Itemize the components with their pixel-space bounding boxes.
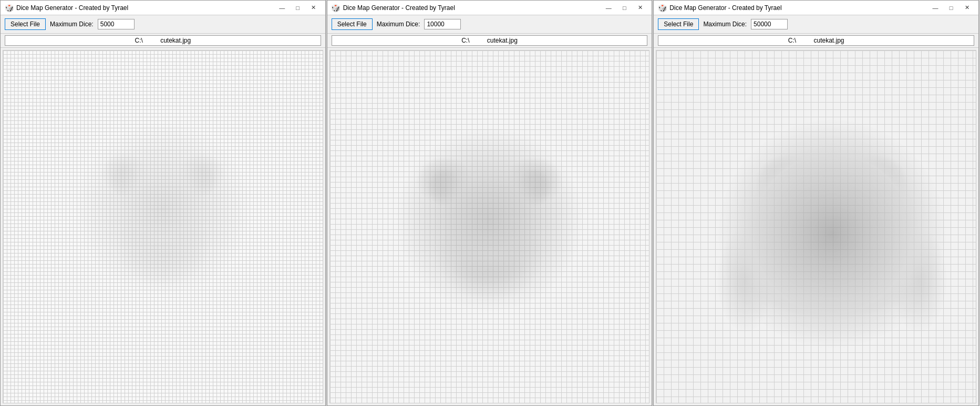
dice-grid-3 <box>656 50 976 403</box>
dice-grid-1 <box>3 50 323 403</box>
max-dice-label-2: Maximum Dice: <box>377 21 420 28</box>
toolbar-1: Select File Maximum Dice: <box>1 15 325 34</box>
maximize-btn-3[interactable]: □ <box>944 3 958 13</box>
max-dice-label-3: Maximum Dice: <box>703 21 747 28</box>
close-btn-3[interactable]: ✕ <box>960 3 974 13</box>
title-bar-3: 🎲 Dice Map Generator - Created by Tyrael… <box>654 1 978 15</box>
app-icon-3: 🎲 <box>658 4 666 12</box>
minimize-btn-2[interactable]: — <box>601 3 616 13</box>
title-controls-2: — □ ✕ <box>601 3 647 13</box>
maximize-btn-2[interactable]: □ <box>617 3 632 13</box>
dice-grid-2 <box>330 50 649 403</box>
title-controls-1: — □ ✕ <box>275 3 321 13</box>
select-file-btn-2[interactable]: Select File <box>332 18 373 30</box>
app-icon-2: 🎲 <box>332 4 340 12</box>
title-text-2: Dice Map Generator - Created by Tyrael <box>343 4 602 12</box>
file-path-bar-3 <box>654 34 978 48</box>
file-path-bar-1 <box>1 34 325 48</box>
max-dice-label-1: Maximum Dice: <box>50 21 94 28</box>
app-icon-1: 🎲 <box>5 4 13 12</box>
cat-overlay-2 <box>330 50 649 403</box>
window-2: 🎲 Dice Map Generator - Created by Tyrael… <box>327 0 653 406</box>
window-1: 🎲 Dice Map Generator - Created by Tyrael… <box>0 0 326 406</box>
file-path-input-1[interactable] <box>5 35 321 46</box>
select-file-btn-3[interactable]: Select File <box>658 18 699 30</box>
file-path-input-2[interactable] <box>332 35 648 46</box>
toolbar-2: Select File Maximum Dice: <box>327 15 652 34</box>
close-btn-1[interactable]: ✕ <box>306 3 321 13</box>
window-3: 🎲 Dice Map Generator - Created by Tyrael… <box>653 0 979 406</box>
cat-overlay-1 <box>3 50 323 403</box>
canvas-area-1 <box>3 50 323 403</box>
title-text-1: Dice Map Generator - Created by Tyrael <box>16 4 275 12</box>
max-dice-input-1[interactable] <box>98 19 135 29</box>
max-dice-input-2[interactable] <box>424 19 461 29</box>
minimize-btn-1[interactable]: — <box>275 3 290 13</box>
select-file-btn-1[interactable]: Select File <box>5 18 46 30</box>
canvas-area-3 <box>656 50 976 403</box>
minimize-btn-3[interactable]: — <box>928 3 943 13</box>
close-btn-2[interactable]: ✕ <box>633 3 647 13</box>
canvas-area-2 <box>329 50 650 403</box>
title-controls-3: — □ ✕ <box>928 3 974 13</box>
maximize-btn-1[interactable]: □ <box>291 3 305 13</box>
file-path-bar-2 <box>327 34 652 48</box>
cat-overlay-3 <box>656 50 976 403</box>
toolbar-3: Select File Maximum Dice: <box>654 15 978 34</box>
file-path-input-3[interactable] <box>658 35 974 46</box>
title-text-3: Dice Map Generator - Created by Tyrael <box>669 4 928 12</box>
title-bar-1: 🎲 Dice Map Generator - Created by Tyrael… <box>1 1 325 15</box>
title-bar-2: 🎲 Dice Map Generator - Created by Tyrael… <box>327 1 652 15</box>
max-dice-input-3[interactable] <box>751 19 788 29</box>
